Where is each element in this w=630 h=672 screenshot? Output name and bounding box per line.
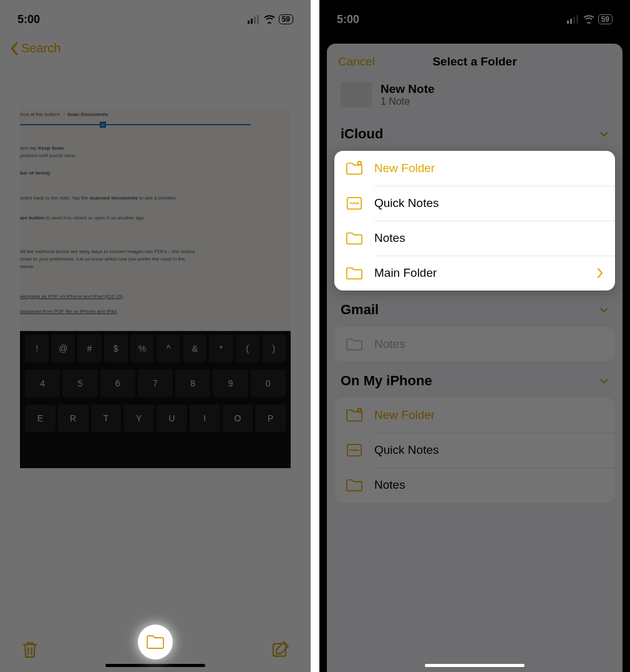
- keyboard-key: 6: [100, 370, 135, 397]
- keyboard-key: 0: [251, 370, 286, 397]
- keyboard-key: 7: [138, 370, 173, 397]
- scanned-document-preview[interactable]: + icon at the bottom → Scan Documents. a…: [20, 108, 291, 468]
- keyboard-key: $: [104, 335, 128, 362]
- folder-row-notes[interactable]: Notes: [334, 327, 615, 362]
- folder-label: Main Folder: [374, 266, 585, 280]
- keyboard-key: *: [209, 335, 233, 362]
- note-summary: New Note 1 Note: [327, 80, 623, 118]
- keyboard-key: R: [58, 405, 89, 432]
- new-folder-icon: [346, 161, 363, 176]
- svg-rect-1: [251, 19, 253, 24]
- back-button[interactable]: Search: [0, 32, 311, 64]
- svg-rect-7: [573, 17, 575, 24]
- folder-row-quick-notes[interactable]: Quick Notes: [334, 186, 615, 221]
- cellular-icon: [567, 15, 579, 24]
- note-title: New Note: [380, 82, 435, 96]
- keyboard-key: E: [25, 405, 56, 432]
- keyboard-key: @: [51, 335, 75, 362]
- keyboard-key: !: [25, 335, 49, 362]
- select-folder-sheet: Cancel Select a Folder New Note 1 Note i…: [327, 44, 623, 672]
- folder-icon: [146, 634, 165, 650]
- status-icons: 59: [567, 14, 613, 24]
- keyboard-key: (: [236, 335, 259, 362]
- folder-icon: [346, 478, 363, 492]
- folder-list: New FolderQuick NotesNotesMain Folder: [334, 151, 615, 290]
- back-label: Search: [21, 41, 61, 55]
- keyboard-area: !@#$%^&*() 4567890 ERTYUIOP: [20, 331, 291, 468]
- folder-label: Quick Notes: [374, 196, 604, 210]
- compose-icon[interactable]: [271, 640, 291, 660]
- right-screenshot: 5:00 59 Cancel Select a Folder New Note …: [319, 0, 630, 672]
- sheet-title: Select a Folder: [432, 55, 516, 69]
- wifi-icon: [583, 15, 594, 24]
- keyboard-key: 4: [25, 370, 60, 397]
- folder-row-main-folder[interactable]: Main Folder: [334, 256, 615, 290]
- chevron-down-icon: [599, 129, 609, 139]
- home-indicator[interactable]: [105, 664, 205, 667]
- keyboard-key: T: [91, 405, 122, 432]
- folder-label: Notes: [374, 337, 604, 351]
- note-count: 1 Note: [380, 96, 435, 107]
- home-indicator[interactable]: [425, 664, 525, 667]
- section-header-gmail[interactable]: Gmail: [327, 294, 623, 323]
- section-header-icloud[interactable]: iCloud: [327, 118, 623, 147]
- keyboard-key: U: [157, 405, 187, 432]
- folder-row-new-folder[interactable]: New Folder: [334, 398, 615, 433]
- keyboard-key: 8: [175, 370, 210, 397]
- cancel-button[interactable]: Cancel: [338, 55, 375, 69]
- status-icons: 59: [248, 14, 293, 24]
- chevron-down-icon: [599, 305, 609, 315]
- keyboard-key: 9: [213, 370, 248, 397]
- chevron-left-icon: [10, 42, 19, 55]
- keyboard-key: &: [183, 335, 206, 362]
- folder-row-notes[interactable]: Notes: [334, 221, 615, 256]
- new-folder-icon: [346, 408, 363, 423]
- sheet-header: Cancel Select a Folder: [327, 44, 623, 80]
- chevron-down-icon: [599, 376, 609, 386]
- folder-icon: [346, 231, 363, 246]
- svg-rect-6: [570, 19, 572, 24]
- section-title: On My iPhone: [341, 373, 432, 389]
- folder-row-new-folder[interactable]: New Folder: [334, 151, 615, 186]
- folder-row-notes[interactable]: Notes: [334, 468, 615, 502]
- folder-list: Notes: [334, 327, 615, 362]
- wifi-icon: [264, 15, 275, 24]
- folder-label: New Folder: [374, 161, 604, 175]
- status-time: 5:00: [17, 13, 40, 26]
- folder-label: Notes: [374, 478, 604, 492]
- left-screenshot: 5:00 59 Search + icon at the bottom → Sc…: [0, 0, 311, 672]
- svg-rect-5: [567, 21, 569, 24]
- section-header-on-my-iphone[interactable]: On My iPhone: [327, 365, 623, 394]
- folder-list: New FolderQuick NotesNotes: [334, 398, 615, 502]
- status-time: 5:00: [337, 13, 359, 26]
- section-title: Gmail: [341, 302, 379, 318]
- keyboard-key: ): [262, 335, 286, 362]
- folder-row-quick-notes[interactable]: Quick Notes: [334, 433, 615, 468]
- keyboard-key: P: [255, 405, 286, 432]
- chevron-right-icon: [596, 267, 604, 279]
- status-bar: 5:00 59: [319, 0, 630, 32]
- svg-rect-8: [576, 15, 578, 24]
- section-title: iCloud: [341, 126, 383, 142]
- battery-icon: 59: [598, 14, 613, 24]
- folder-label: Quick Notes: [374, 443, 604, 457]
- battery-icon: 59: [279, 14, 293, 24]
- quick-notes-icon: [346, 443, 363, 458]
- note-thumbnail: [341, 82, 372, 107]
- quick-notes-icon: [346, 196, 363, 211]
- folder-label: New Folder: [374, 408, 604, 422]
- keyboard-key: O: [223, 405, 253, 432]
- move-to-folder-button[interactable]: [138, 625, 173, 660]
- folder-label: Notes: [374, 231, 604, 245]
- keyboard-key: I: [190, 405, 220, 432]
- status-bar: 5:00 59: [0, 0, 311, 32]
- folder-icon: [346, 266, 363, 281]
- svg-rect-3: [257, 15, 259, 24]
- keyboard-key: #: [77, 335, 101, 362]
- trash-icon[interactable]: [20, 640, 40, 660]
- keyboard-key: Y: [124, 405, 154, 432]
- folder-icon: [346, 337, 363, 352]
- svg-rect-0: [248, 21, 250, 24]
- keyboard-key: 5: [62, 370, 97, 397]
- keyboard-key: %: [130, 335, 154, 362]
